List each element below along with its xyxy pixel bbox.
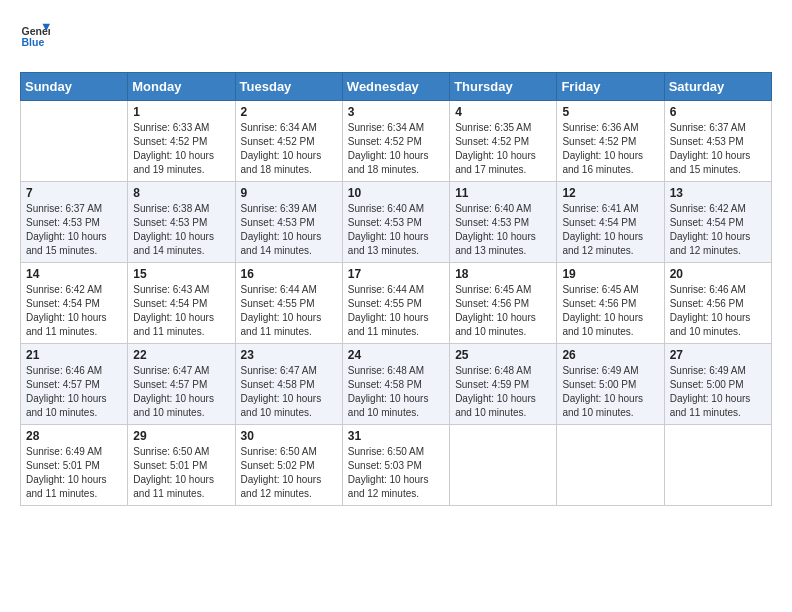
- calendar-cell: 22Sunrise: 6:47 AM Sunset: 4:57 PM Dayli…: [128, 344, 235, 425]
- day-info: Sunrise: 6:49 AM Sunset: 5:00 PM Dayligh…: [670, 364, 766, 420]
- calendar-cell: 12Sunrise: 6:41 AM Sunset: 4:54 PM Dayli…: [557, 182, 664, 263]
- calendar-cell: 23Sunrise: 6:47 AM Sunset: 4:58 PM Dayli…: [235, 344, 342, 425]
- calendar-cell: 9Sunrise: 6:39 AM Sunset: 4:53 PM Daylig…: [235, 182, 342, 263]
- day-info: Sunrise: 6:36 AM Sunset: 4:52 PM Dayligh…: [562, 121, 658, 177]
- svg-text:Blue: Blue: [22, 36, 45, 48]
- day-info: Sunrise: 6:46 AM Sunset: 4:57 PM Dayligh…: [26, 364, 122, 420]
- day-info: Sunrise: 6:42 AM Sunset: 4:54 PM Dayligh…: [670, 202, 766, 258]
- calendar-cell: 17Sunrise: 6:44 AM Sunset: 4:55 PM Dayli…: [342, 263, 449, 344]
- day-number: 15: [133, 267, 229, 281]
- day-info: Sunrise: 6:34 AM Sunset: 4:52 PM Dayligh…: [348, 121, 444, 177]
- day-info: Sunrise: 6:50 AM Sunset: 5:01 PM Dayligh…: [133, 445, 229, 501]
- day-number: 19: [562, 267, 658, 281]
- day-number: 16: [241, 267, 337, 281]
- calendar-day-header: Saturday: [664, 73, 771, 101]
- calendar-cell: 28Sunrise: 6:49 AM Sunset: 5:01 PM Dayli…: [21, 425, 128, 506]
- day-info: Sunrise: 6:38 AM Sunset: 4:53 PM Dayligh…: [133, 202, 229, 258]
- calendar-cell: 29Sunrise: 6:50 AM Sunset: 5:01 PM Dayli…: [128, 425, 235, 506]
- day-info: Sunrise: 6:48 AM Sunset: 4:59 PM Dayligh…: [455, 364, 551, 420]
- calendar-cell: 1Sunrise: 6:33 AM Sunset: 4:52 PM Daylig…: [128, 101, 235, 182]
- day-number: 20: [670, 267, 766, 281]
- day-number: 18: [455, 267, 551, 281]
- calendar-cell: 14Sunrise: 6:42 AM Sunset: 4:54 PM Dayli…: [21, 263, 128, 344]
- day-number: 27: [670, 348, 766, 362]
- calendar-cell: [664, 425, 771, 506]
- calendar-cell: 15Sunrise: 6:43 AM Sunset: 4:54 PM Dayli…: [128, 263, 235, 344]
- calendar-cell: 27Sunrise: 6:49 AM Sunset: 5:00 PM Dayli…: [664, 344, 771, 425]
- calendar-day-header: Thursday: [450, 73, 557, 101]
- calendar-table: SundayMondayTuesdayWednesdayThursdayFrid…: [20, 72, 772, 506]
- calendar-cell: 20Sunrise: 6:46 AM Sunset: 4:56 PM Dayli…: [664, 263, 771, 344]
- day-info: Sunrise: 6:39 AM Sunset: 4:53 PM Dayligh…: [241, 202, 337, 258]
- day-number: 25: [455, 348, 551, 362]
- day-number: 12: [562, 186, 658, 200]
- calendar-cell: 3Sunrise: 6:34 AM Sunset: 4:52 PM Daylig…: [342, 101, 449, 182]
- calendar-cell: 16Sunrise: 6:44 AM Sunset: 4:55 PM Dayli…: [235, 263, 342, 344]
- day-info: Sunrise: 6:49 AM Sunset: 5:01 PM Dayligh…: [26, 445, 122, 501]
- day-number: 4: [455, 105, 551, 119]
- calendar-cell: 5Sunrise: 6:36 AM Sunset: 4:52 PM Daylig…: [557, 101, 664, 182]
- day-number: 3: [348, 105, 444, 119]
- calendar-cell: [557, 425, 664, 506]
- day-number: 11: [455, 186, 551, 200]
- calendar-cell: 8Sunrise: 6:38 AM Sunset: 4:53 PM Daylig…: [128, 182, 235, 263]
- day-number: 31: [348, 429, 444, 443]
- day-info: Sunrise: 6:34 AM Sunset: 4:52 PM Dayligh…: [241, 121, 337, 177]
- day-number: 5: [562, 105, 658, 119]
- day-number: 29: [133, 429, 229, 443]
- calendar-week-row: 14Sunrise: 6:42 AM Sunset: 4:54 PM Dayli…: [21, 263, 772, 344]
- calendar-week-row: 21Sunrise: 6:46 AM Sunset: 4:57 PM Dayli…: [21, 344, 772, 425]
- calendar-cell: [450, 425, 557, 506]
- day-number: 21: [26, 348, 122, 362]
- logo: General Blue: [20, 20, 55, 50]
- day-info: Sunrise: 6:35 AM Sunset: 4:52 PM Dayligh…: [455, 121, 551, 177]
- day-number: 17: [348, 267, 444, 281]
- calendar-cell: 18Sunrise: 6:45 AM Sunset: 4:56 PM Dayli…: [450, 263, 557, 344]
- day-info: Sunrise: 6:49 AM Sunset: 5:00 PM Dayligh…: [562, 364, 658, 420]
- calendar-cell: 30Sunrise: 6:50 AM Sunset: 5:02 PM Dayli…: [235, 425, 342, 506]
- day-number: 2: [241, 105, 337, 119]
- day-number: 7: [26, 186, 122, 200]
- calendar-cell: 13Sunrise: 6:42 AM Sunset: 4:54 PM Dayli…: [664, 182, 771, 263]
- calendar-cell: 24Sunrise: 6:48 AM Sunset: 4:58 PM Dayli…: [342, 344, 449, 425]
- calendar-cell: 21Sunrise: 6:46 AM Sunset: 4:57 PM Dayli…: [21, 344, 128, 425]
- calendar-day-header: Sunday: [21, 73, 128, 101]
- calendar-day-header: Wednesday: [342, 73, 449, 101]
- day-info: Sunrise: 6:44 AM Sunset: 4:55 PM Dayligh…: [348, 283, 444, 339]
- calendar-cell: 2Sunrise: 6:34 AM Sunset: 4:52 PM Daylig…: [235, 101, 342, 182]
- calendar-day-header: Tuesday: [235, 73, 342, 101]
- day-info: Sunrise: 6:46 AM Sunset: 4:56 PM Dayligh…: [670, 283, 766, 339]
- day-number: 22: [133, 348, 229, 362]
- calendar-header-row: SundayMondayTuesdayWednesdayThursdayFrid…: [21, 73, 772, 101]
- calendar-cell: 7Sunrise: 6:37 AM Sunset: 4:53 PM Daylig…: [21, 182, 128, 263]
- calendar-cell: 19Sunrise: 6:45 AM Sunset: 4:56 PM Dayli…: [557, 263, 664, 344]
- day-info: Sunrise: 6:45 AM Sunset: 4:56 PM Dayligh…: [562, 283, 658, 339]
- day-info: Sunrise: 6:40 AM Sunset: 4:53 PM Dayligh…: [348, 202, 444, 258]
- day-number: 10: [348, 186, 444, 200]
- calendar-cell: 11Sunrise: 6:40 AM Sunset: 4:53 PM Dayli…: [450, 182, 557, 263]
- day-number: 14: [26, 267, 122, 281]
- day-info: Sunrise: 6:43 AM Sunset: 4:54 PM Dayligh…: [133, 283, 229, 339]
- calendar-cell: [21, 101, 128, 182]
- day-info: Sunrise: 6:44 AM Sunset: 4:55 PM Dayligh…: [241, 283, 337, 339]
- calendar-cell: 6Sunrise: 6:37 AM Sunset: 4:53 PM Daylig…: [664, 101, 771, 182]
- day-info: Sunrise: 6:47 AM Sunset: 4:57 PM Dayligh…: [133, 364, 229, 420]
- day-info: Sunrise: 6:42 AM Sunset: 4:54 PM Dayligh…: [26, 283, 122, 339]
- day-number: 9: [241, 186, 337, 200]
- day-number: 1: [133, 105, 229, 119]
- day-info: Sunrise: 6:40 AM Sunset: 4:53 PM Dayligh…: [455, 202, 551, 258]
- day-number: 30: [241, 429, 337, 443]
- day-number: 24: [348, 348, 444, 362]
- calendar-cell: 4Sunrise: 6:35 AM Sunset: 4:52 PM Daylig…: [450, 101, 557, 182]
- day-info: Sunrise: 6:48 AM Sunset: 4:58 PM Dayligh…: [348, 364, 444, 420]
- day-info: Sunrise: 6:50 AM Sunset: 5:03 PM Dayligh…: [348, 445, 444, 501]
- day-info: Sunrise: 6:45 AM Sunset: 4:56 PM Dayligh…: [455, 283, 551, 339]
- calendar-week-row: 7Sunrise: 6:37 AM Sunset: 4:53 PM Daylig…: [21, 182, 772, 263]
- day-info: Sunrise: 6:37 AM Sunset: 4:53 PM Dayligh…: [670, 121, 766, 177]
- day-info: Sunrise: 6:33 AM Sunset: 4:52 PM Dayligh…: [133, 121, 229, 177]
- day-info: Sunrise: 6:41 AM Sunset: 4:54 PM Dayligh…: [562, 202, 658, 258]
- day-info: Sunrise: 6:37 AM Sunset: 4:53 PM Dayligh…: [26, 202, 122, 258]
- day-info: Sunrise: 6:47 AM Sunset: 4:58 PM Dayligh…: [241, 364, 337, 420]
- day-number: 23: [241, 348, 337, 362]
- day-number: 8: [133, 186, 229, 200]
